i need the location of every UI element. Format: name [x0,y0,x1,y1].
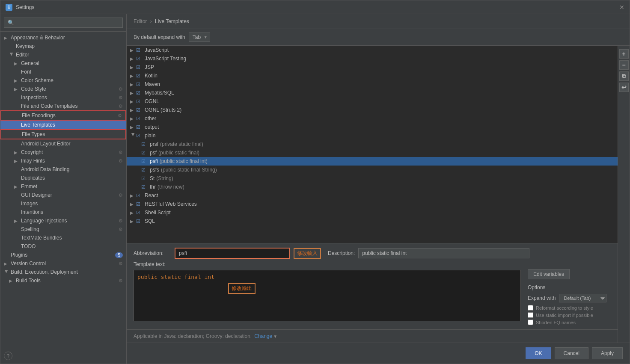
sidebar-item-keymap[interactable]: Keymap [0,42,126,50]
plugins-badge: 5 [115,252,123,258]
template-psfs[interactable]: ☑ psfs (public static final String) [127,166,618,174]
group-sql[interactable]: ▶ ☑ SQL [127,217,618,225]
sidebar-item-appearance[interactable]: ▶ Appearance & Behavior [0,33,126,42]
sidebar-item-plugins[interactable]: Plugins 5 [0,251,126,259]
expand-with-select-wrapper: Default (Tab) [559,294,606,302]
sidebar-item-editor[interactable]: ▶ Editor [0,50,126,59]
code-content: public static final int [137,274,214,280]
sidebar-item-file-encodings[interactable]: File Encodings ⚙ [0,110,126,121]
apply-button[interactable]: Apply [592,347,623,359]
template-psf[interactable]: ☑ psf (public static final) [127,148,618,157]
sidebar-item-build-execution[interactable]: ▶ Build, Execution, Deployment [0,268,126,276]
template-prsf[interactable]: ☑ prsf (private static final) [127,140,618,148]
remove-button[interactable]: − [619,60,629,70]
sidebar-item-copyright[interactable]: ▶ Copyright ⚙ [0,148,126,157]
sidebar-bottom: ? [0,348,126,364]
settings-icon: ⚙ [119,278,123,284]
group-shell-script[interactable]: ▶ ☑ Shell Script [127,208,618,217]
check-icon: ☑ [136,210,143,216]
sidebar-item-file-types[interactable]: File Types [0,129,126,139]
sidebar-item-build-tools[interactable]: ▶ Build Tools ⚙ [0,276,126,285]
sidebar-item-version-control[interactable]: ▶ Version Control ⚙ [0,259,126,268]
sidebar-item-language-injections[interactable]: ▶ Language Injections ⚙ [0,216,126,225]
settings-icon: ⚙ [119,218,123,224]
search-input[interactable] [4,18,123,28]
group-javascript-testing[interactable]: ▶ ☑ JavaScript Testing [127,54,618,63]
group-restful[interactable]: ▶ ☑ RESTful Web Services [127,200,618,208]
reset-button[interactable]: ↩ [619,83,629,92]
sidebar-item-inlay-hints[interactable]: ▶ Inlay Hints ⚙ [0,157,126,165]
code-editor-container: public static final int 修改輸出 [134,270,521,321]
close-button[interactable]: ✕ [619,4,624,11]
shorten-fq-label: Shorten FQ names [536,320,576,325]
breadcrumb: Editor › Live Templates [127,14,630,29]
sidebar-item-file-code-templates[interactable]: File and Code Templates ⚙ [0,102,126,110]
sidebar-item-code-style[interactable]: ▶ Code Style ⚙ [0,85,126,93]
check-icon: ☑ [136,107,143,113]
app-icon: U [6,4,12,11]
sidebar-item-emmet[interactable]: ▶ Emmet [0,182,126,191]
change-arrow: ▼ [273,334,277,339]
sidebar-item-android-layout-editor[interactable]: Android Layout Editor [0,139,126,148]
settings-icon: ⚙ [119,95,123,101]
group-output[interactable]: ▶ ☑ output [127,123,618,131]
group-mybatis[interactable]: ▶ ☑ Mybatis/SQL [127,89,618,97]
sidebar-item-live-templates[interactable]: Live Templates [0,121,126,129]
help-button[interactable]: ? [4,352,12,360]
group-kotlin[interactable]: ▶ ☑ Kotlin [127,71,618,80]
reformat-label: Reformat according to style [536,305,593,311]
sidebar-item-todo[interactable]: TODO [0,242,126,251]
sidebar-item-intentions[interactable]: Intentions [0,208,126,216]
sidebar-item-inspections[interactable]: Inspections ⚙ [0,93,126,102]
check-icon: ☑ [141,150,148,156]
abbreviation-input[interactable] [175,248,290,259]
chevron-right-icon: ▶ [130,108,136,112]
ok-button[interactable]: OK [526,347,551,359]
breadcrumb-current: Live Templates [155,18,189,24]
sidebar-item-spelling[interactable]: Spelling ⚙ [0,225,126,234]
code-editor[interactable]: public static final int 修改輸出 [134,270,521,321]
check-icon: ☑ [141,184,148,190]
group-react[interactable]: ▶ ☑ React [127,191,618,200]
shorten-fq-checkbox[interactable] [528,320,533,325]
expand-select[interactable]: Tab [189,33,210,42]
panel-toolbar: By default expand with Tab [127,29,630,46]
add-button[interactable]: + [619,49,629,59]
sidebar-item-gui-designer[interactable]: GUI Designer ⚙ [0,191,126,199]
sidebar-item-duplicates[interactable]: Duplicates [0,174,126,182]
static-import-checkbox[interactable] [528,312,533,318]
group-ognl-struts2[interactable]: ▶ ☑ OGNL (Struts 2) [127,106,618,114]
options-title: Options [528,284,611,290]
edit-variables-button[interactable]: Edit variables [528,269,570,279]
template-st[interactable]: ☑ St (String) [127,174,618,183]
change-link[interactable]: Change [254,333,272,339]
template-psfi[interactable]: ☑ psfi (public static final int) [127,157,618,166]
sidebar-item-android-data-binding[interactable]: Android Data Binding [0,165,126,174]
annotation-output-label: 修改輸出 [228,283,256,294]
sidebar-item-textmate-bundles[interactable]: TextMate Bundles [0,234,126,242]
check-icon: ☑ [136,99,143,104]
chevron-right-icon: ▶ [130,210,136,215]
cancel-button[interactable]: Cancel [555,347,588,359]
expand-with-select[interactable]: Default (Tab) [559,294,606,302]
group-jsp[interactable]: ▶ ☑ JSP [127,63,618,71]
template-list-panel: ▶ ☑ JavaScript ▶ ☑ JavaScript Testing [127,46,618,343]
search-box [0,14,126,32]
sidebar-item-general[interactable]: ▶ General [0,59,126,68]
group-maven[interactable]: ▶ ☑ Maven [127,80,618,89]
copy-button[interactable]: ⧉ [619,71,629,81]
sidebar-item-images[interactable]: Images [0,199,126,208]
reformat-checkbox[interactable] [528,305,533,311]
sidebar-item-font[interactable]: Font [0,68,126,76]
sidebar-item-color-scheme[interactable]: ▶ Color Scheme [0,76,126,85]
description-input[interactable] [358,248,529,258]
group-javascript[interactable]: ▶ ☑ JavaScript [127,46,618,54]
group-plain[interactable]: ▶ ☑ plain [127,131,618,140]
chevron-right-icon: ▶ [130,74,136,78]
title-bar: U Settings ✕ [0,0,630,14]
group-ognl[interactable]: ▶ ☑ OGNL [127,97,618,106]
sidebar: ▶ Appearance & Behavior Keymap ▶ Editor … [0,14,127,364]
settings-icon: ⚙ [118,113,122,118]
group-other[interactable]: ▶ ☑ other [127,114,618,123]
template-thr[interactable]: ☑ thr (throw new) [127,183,618,191]
